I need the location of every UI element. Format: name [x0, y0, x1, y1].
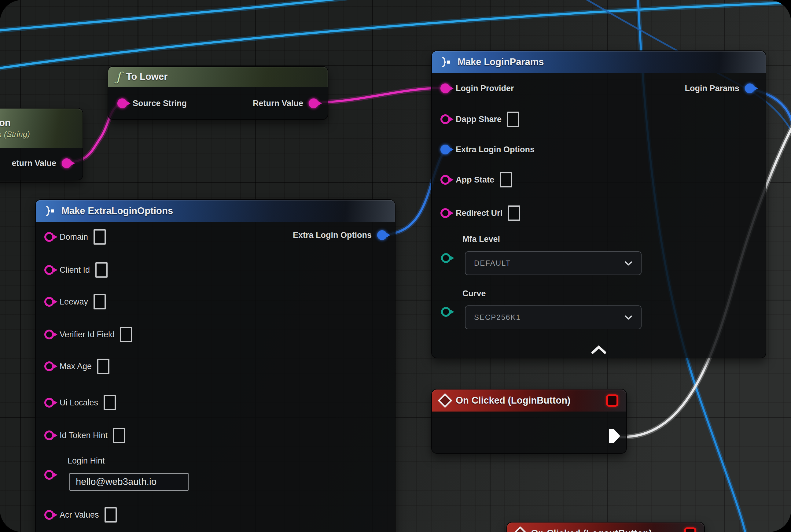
pin-row-return-value: Return Value	[253, 96, 319, 111]
text-entry-box[interactable]	[104, 507, 117, 522]
chevron-up-icon[interactable]	[590, 345, 607, 354]
string-input-pin[interactable]	[440, 114, 450, 124]
node-title: On Clicked (LoginButton)	[456, 395, 570, 406]
pin-row-login-provider: Login Provider	[440, 81, 514, 96]
pin-row-ui-locales: Ui Locales	[44, 395, 116, 410]
chevron-down-icon	[624, 261, 632, 266]
blueprint-canvas[interactable]: tion ox (String) eturn Value ƒ To Lower …	[0, 0, 791, 532]
node-header[interactable]: On Clicked (LoginButton)	[432, 390, 626, 412]
string-input-pin[interactable]	[440, 83, 450, 93]
node-header[interactable]: On Clicked (LogoutButton)	[507, 522, 704, 532]
pin-label: App State	[456, 175, 494, 185]
pin-row-max-age: Max Age	[44, 359, 110, 374]
string-input-pin[interactable]	[44, 470, 54, 480]
pin-label: Acr Values	[60, 510, 99, 520]
string-output-pin[interactable]	[62, 158, 72, 168]
text-entry-box[interactable]	[94, 294, 106, 309]
text-entry-box[interactable]	[113, 428, 125, 443]
pin-label: eturn Value	[12, 159, 56, 168]
mfa-level-dropdown[interactable]: DEFAULT	[465, 251, 641, 275]
pin-row-leeway: Leeway	[44, 294, 106, 309]
enum-label-curve: Curve	[462, 289, 486, 299]
curve-dropdown[interactable]: SECP256K1	[465, 305, 641, 329]
pin-label: Domain	[60, 232, 88, 242]
string-input-pin[interactable]	[44, 265, 54, 275]
string-output-pin[interactable]	[309, 98, 319, 108]
string-input-pin[interactable]	[44, 329, 54, 339]
login-hint-value: hello@web3auth.io	[76, 476, 156, 487]
enum-input-pin[interactable]	[441, 253, 451, 263]
node-on-clicked-login-button[interactable]: On Clicked (LoginButton)	[431, 389, 627, 454]
string-input-pin[interactable]	[44, 510, 54, 520]
node-on-clicked-logout-button[interactable]: On Clicked (LogoutButton)	[506, 522, 705, 532]
text-entry-box[interactable]	[97, 359, 110, 374]
node-header[interactable]: Make ExtraLoginOptions	[36, 200, 395, 222]
pin-label: Extra Login Options	[293, 230, 372, 240]
pin-row-login-params-out: Login Params	[684, 81, 755, 96]
pin-label: Login Provider	[456, 84, 514, 93]
pin-label: Max Age	[60, 362, 92, 371]
make-struct-icon	[440, 57, 452, 67]
string-input-pin[interactable]	[44, 431, 54, 440]
pin-row-verifier-id-field: Verifier Id Field	[44, 327, 132, 342]
pin-label: Login Params	[684, 84, 739, 93]
pin-row-app-state: App State	[440, 172, 512, 187]
pin-row-redirect-url: Redirect Url	[440, 206, 520, 221]
text-entry-box[interactable]	[103, 395, 116, 410]
enum-label-mfa-level: Mfa Level	[462, 234, 500, 244]
text-entry-box[interactable]	[94, 229, 106, 245]
curve-value: SECP256K1	[474, 313, 521, 322]
pin-label: Extra Login Options	[456, 145, 535, 154]
node-title: On Clicked (LogoutButton)	[531, 528, 652, 532]
text-entry-box[interactable]	[507, 112, 519, 127]
event-diamond-icon	[513, 526, 527, 532]
node-to-lower[interactable]: ƒ To Lower Source String Return Value	[108, 66, 328, 120]
pin-row-return-value: eturn Value	[12, 156, 72, 171]
delegate-red-square-icon	[606, 394, 618, 407]
pin-label: Leeway	[60, 297, 88, 307]
node-make-extra-login-options[interactable]: Make ExtraLoginOptions Domain Client Id …	[35, 200, 396, 532]
event-diamond-icon	[438, 393, 452, 408]
pin-label: Source String	[133, 99, 187, 108]
node-header[interactable]: Make LoginParams	[432, 51, 766, 73]
node-header[interactable]: ƒ To Lower	[108, 66, 328, 87]
struct-input-pin[interactable]	[440, 145, 450, 154]
enum-input-pin[interactable]	[441, 307, 451, 317]
string-input-pin[interactable]	[44, 297, 54, 307]
login-hint-input[interactable]: hello@web3auth.io	[70, 473, 189, 491]
node-title: tion	[0, 117, 11, 128]
delegate-red-square-icon	[684, 527, 696, 532]
string-input-pin[interactable]	[44, 232, 54, 242]
pin-label: Dapp Share	[456, 115, 502, 124]
node-title: Make LoginParams	[458, 57, 544, 68]
string-input-pin[interactable]	[117, 98, 127, 108]
chevron-down-icon	[624, 315, 632, 320]
mfa-level-value: DEFAULT	[474, 259, 511, 268]
text-entry-box[interactable]	[508, 206, 520, 221]
pin-row-extra-login-options-out: Extra Login Options	[293, 227, 387, 243]
pin-label: Client Id	[60, 265, 90, 275]
node-header[interactable]: tion ox (String)	[0, 109, 82, 148]
pin-row-acr-values: Acr Values	[44, 507, 117, 522]
pin-label-login-hint: Login Hint	[67, 456, 105, 466]
pin-label: Id Token Hint	[60, 431, 108, 440]
pin-label: Redirect Url	[456, 209, 502, 218]
node-get-text-partial[interactable]: tion ox (String) eturn Value	[0, 108, 83, 180]
exec-output-pin[interactable]	[609, 429, 621, 443]
pin-label: Return Value	[253, 99, 303, 108]
pin-row-id-token-hint: Id Token Hint	[44, 428, 125, 443]
string-input-pin[interactable]	[440, 208, 450, 218]
node-title: Make ExtraLoginOptions	[61, 206, 173, 216]
string-input-pin[interactable]	[44, 361, 54, 371]
struct-output-pin[interactable]	[377, 230, 387, 240]
string-input-pin[interactable]	[440, 175, 450, 185]
pin-row-login-hint	[44, 467, 54, 482]
text-entry-box[interactable]	[120, 327, 132, 342]
node-make-login-params[interactable]: Make LoginParams Login Provider Dapp Sha…	[431, 51, 766, 358]
pin-row-dapp-share: Dapp Share	[440, 112, 519, 127]
text-entry-box[interactable]	[500, 172, 512, 187]
node-subtitle: ox (String)	[0, 130, 30, 139]
struct-output-pin[interactable]	[745, 83, 755, 93]
text-entry-box[interactable]	[95, 262, 108, 278]
string-input-pin[interactable]	[44, 398, 54, 407]
